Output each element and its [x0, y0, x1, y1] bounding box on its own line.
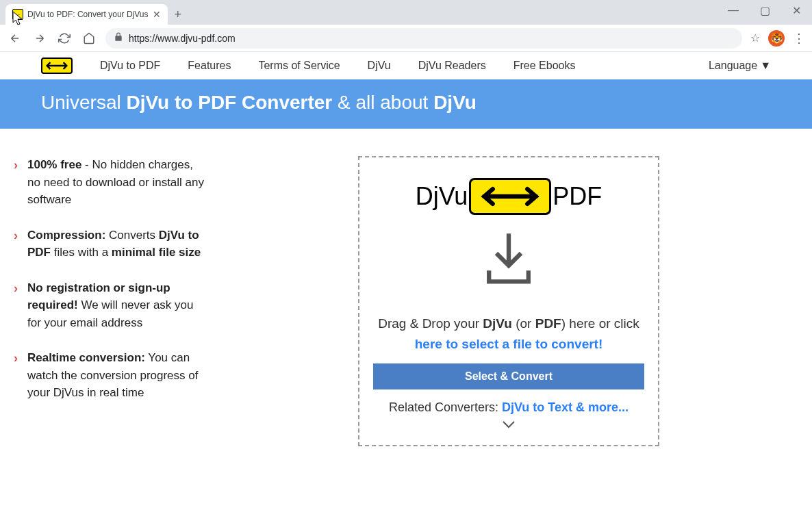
related-converters: Related Converters: DjVu to Text & more.… [373, 400, 644, 415]
bookmark-icon[interactable]: ☆ [750, 31, 760, 44]
feature-item: 100% free - No hidden charges, no need t… [14, 156, 205, 209]
nav-djvu[interactable]: DjVu [368, 60, 391, 72]
page-viewport[interactable]: DjVu to PDF Features Terms of Service Dj… [0, 52, 812, 512]
nav-terms[interactable]: Terms of Service [258, 60, 340, 72]
download-icon [373, 229, 644, 293]
language-label: Language [709, 60, 757, 72]
feature-item: No registration or sign-up required! We … [14, 279, 205, 332]
menu-icon[interactable]: ⋮ [793, 31, 805, 46]
dropzone-logo: DjVu PDF [373, 178, 644, 215]
select-file-link[interactable]: here to select a file to convert! [415, 337, 603, 351]
forward-button[interactable] [31, 30, 48, 47]
dropzone[interactable]: DjVu PDF Drag & Drop your DjVu (or PDF) … [358, 156, 659, 446]
tab-bar: ↔ DjVu to PDF: Convert your DjVus ✕ + — … [0, 0, 812, 25]
tab-title: DjVu to PDF: Convert your DjVus [27, 10, 149, 19]
browser-toolbar: https://www.djvu-pdf.com ☆ 🐯 ⋮ [0, 25, 812, 52]
related-link[interactable]: DjVu to Text & more... [502, 400, 629, 414]
window-controls: — ▢ ✕ [718, 0, 812, 21]
close-tab-icon[interactable]: ✕ [153, 9, 161, 20]
nav-readers[interactable]: DjVu Readers [418, 60, 486, 72]
dropzone-text: Drag & Drop your DjVu (or PDF) here or c… [373, 313, 644, 355]
site-logo-icon[interactable] [41, 57, 73, 74]
feature-item: Realtime conversion: You can watch the c… [14, 349, 205, 402]
arrows-icon [469, 178, 551, 215]
hero-banner: Universal DjVu to PDF Converter & all ab… [0, 79, 812, 129]
close-window-button[interactable]: ✕ [781, 0, 812, 21]
feature-item: Compression: Converts DjVu to PDF files … [14, 227, 205, 261]
nav-ebooks[interactable]: Free Ebooks [513, 60, 576, 72]
nav-features[interactable]: Features [188, 60, 231, 72]
select-convert-button[interactable]: Select & Convert [373, 363, 644, 389]
chevron-down-icon: ▼ [760, 60, 771, 72]
language-selector[interactable]: Language ▼ [709, 60, 771, 72]
browser-tab[interactable]: ↔ DjVu to PDF: Convert your DjVus ✕ [5, 4, 168, 25]
new-tab-button[interactable]: + [175, 8, 182, 22]
home-button[interactable] [81, 30, 97, 47]
browser-chrome: ↔ DjVu to PDF: Convert your DjVus ✕ + — … [0, 0, 812, 52]
maximize-button[interactable]: ▢ [749, 0, 781, 21]
url-text: https://www.djvu-pdf.com [129, 33, 236, 44]
profile-avatar[interactable]: 🐯 [768, 30, 785, 47]
address-bar[interactable]: https://www.djvu-pdf.com [105, 28, 742, 49]
site-nav: DjVu to PDF Features Terms of Service Dj… [0, 52, 812, 79]
back-button[interactable] [7, 30, 23, 47]
lock-icon [114, 32, 123, 44]
chevron-down-icon[interactable] [373, 419, 644, 431]
minimize-button[interactable]: — [718, 0, 749, 21]
reload-button[interactable] [56, 30, 73, 47]
features-list: 100% free - No hidden charges, no need t… [14, 156, 205, 446]
main-content: 100% free - No hidden charges, no need t… [0, 129, 812, 460]
nav-djvu-to-pdf[interactable]: DjVu to PDF [100, 60, 160, 72]
favicon-icon: ↔ [12, 9, 23, 20]
